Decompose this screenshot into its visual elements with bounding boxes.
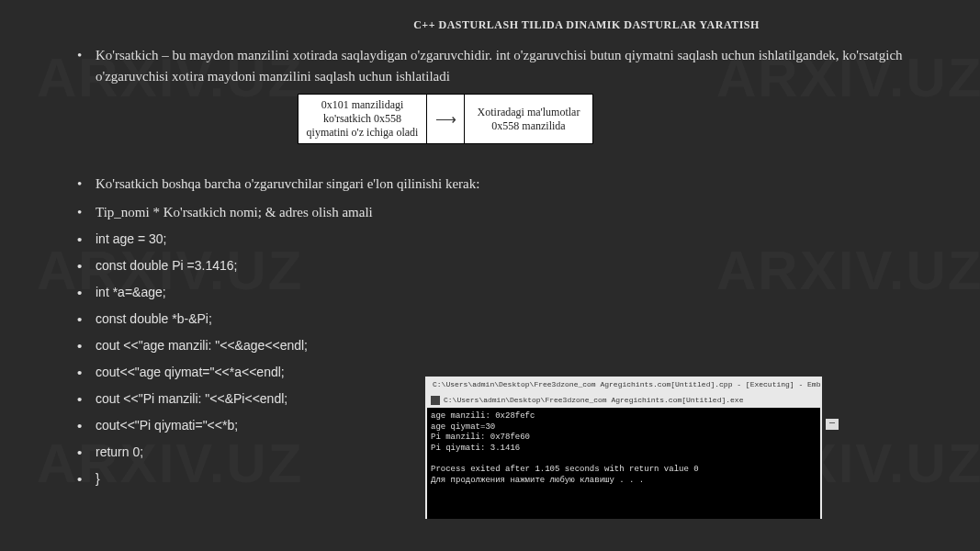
code-line: const double Pi =3.1416; [66, 256, 914, 276]
code-line: cout <<"age manzili: "<<&age<<endl; [66, 336, 914, 355]
intro-bullet: Ko'rsatkich – bu maydon manzilini xotira… [66, 45, 914, 86]
bullet-declare: Ko'rsatkich boshqa barcha o'zgaruvchilar… [66, 174, 914, 195]
content-list: Ko'rsatkich – bu maydon manzilini xotira… [66, 45, 914, 86]
code-line: int age = 30; [66, 230, 914, 249]
page-title: C++ DASTURLASH TILIDA DINAMIK DASTURLAR … [259, 18, 914, 32]
bullet-syntax: Tip_nomi * Ko'rsatkich nomi; & adres oli… [66, 202, 914, 223]
code-line: const double *b-&Pi; [66, 309, 914, 329]
code-line: int *a=&age; [66, 283, 914, 302]
console-titlebar: C:\Users\admin\Desktop\Free3dzone_com Ag… [427, 377, 820, 393]
arrow-icon: ⟶ [427, 95, 464, 143]
console-output: age manzili: 0x28fefc age qiymat=30 Pi m… [427, 410, 820, 489]
diagram-right-box: Xotiradagi ma'lumotlar 0x558 manzilida [464, 95, 592, 143]
diagram-left-box: 0x101 manzilidagi ko'rsatkich 0x558 qiym… [299, 95, 427, 143]
minimize-icon: — [826, 419, 839, 430]
console-window: C:\Users\admin\Desktop\Free3dzone_com Ag… [425, 377, 822, 519]
pointer-diagram: 0x101 manzilidagi ko'rsatkich 0x558 qiym… [298, 94, 914, 144]
console-path-bar: C:\Users\admin\Desktop\Free3dzone_com Ag… [427, 393, 820, 408]
diagram-container: 0x101 manzilidagi ko'rsatkich 0x558 qiym… [298, 94, 593, 144]
